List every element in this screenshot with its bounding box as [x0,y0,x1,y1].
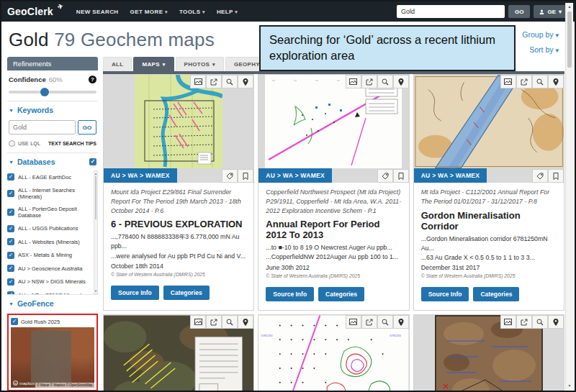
breadcrumb[interactable]: AU > WA > WAMEX [414,168,487,183]
checkbox-checked[interactable]: ✓ [7,291,14,294]
map-thumbnail-zone[interactable]: AU > WA > WAMEX [258,75,408,183]
categories-button[interactable]: Categories [473,287,519,301]
source-document-title[interactable]: Mount Ida Project E29/861 Final Surrende… [111,188,246,215]
database-item[interactable]: ✓ALL - PorterGeo Deposit Database [7,203,92,222]
slider-thumb[interactable] [40,88,49,96]
menu-help[interactable]: HELP ▾ [217,9,238,15]
external-link-button[interactable] [361,315,377,329]
tab-all[interactable]: ALL [103,57,132,71]
databases-section-header[interactable]: ▼ Databases ✓ [7,152,98,170]
checkbox-checked[interactable]: ✓ [7,238,14,245]
text-search-tips-link[interactable]: TEXT SEARCH TIPS [48,141,96,146]
database-item[interactable]: ✓AU > NT > GEMIS Minerals [7,288,92,294]
image-preview-button[interactable] [500,315,516,329]
map-pin-button[interactable] [393,315,409,329]
checkbox-checked[interactable]: ✓ [7,190,14,197]
categories-button[interactable]: Categories [318,287,364,301]
geofence-map-thumbnail[interactable]: mmapbox © Maxar © Mapbox © OpenStreetMap [11,327,94,388]
tab-photos[interactable]: PHOTOS▾ [176,57,224,71]
sort-by-link[interactable]: Sort by ▾ [529,45,559,54]
geofence-section-header[interactable]: ▼ GeoFence [7,294,98,312]
result-heading[interactable]: 6 - PREVIOUS EXPLORATION [111,219,246,229]
source-document-title[interactable]: Mt Ida Project - C112/2001 Annual Report… [421,188,557,206]
external-link-button[interactable] [361,75,377,88]
scrollbar-thumb[interactable] [567,12,572,68]
map-thumbnail-zone[interactable]: AU > WA > WAMEX [104,315,253,392]
zoom-button[interactable] [377,75,393,88]
tag-button[interactable] [377,169,393,183]
checkbox-checked[interactable]: ✓ [11,318,18,325]
zoom-button[interactable] [377,315,393,329]
scroll-up-icon[interactable]: ▲ [566,4,573,9]
global-search-go-button[interactable]: GO [508,5,530,18]
map-thumbnail-zone[interactable]: 67812506781250 AU > WA > WAMEX [258,315,408,392]
source-info-button[interactable]: Source Info [111,286,159,300]
page-scrollbar[interactable]: ▲ ▼ [565,3,573,389]
breadcrumb[interactable]: AU > WA > WAMEX [104,168,177,183]
database-item[interactable]: ✓AU > NSW > DIGS Minerals [7,275,92,289]
source-info-button[interactable]: Source Info [421,287,469,301]
map-pin-button[interactable] [548,315,564,329]
external-link-button[interactable] [206,315,222,329]
zoom-button[interactable] [222,75,238,88]
global-search-input[interactable] [397,5,505,18]
zoom-button[interactable] [532,75,548,88]
database-item[interactable]: ✓ALL - Websites (Minerals) [7,235,92,249]
bookmark-button[interactable] [238,169,253,183]
external-link-button[interactable] [516,315,532,329]
checkbox-checked[interactable]: ✓ [7,173,14,181]
map-pin-button[interactable] [238,315,253,329]
checkbox-checked[interactable]: ✓ [7,265,14,272]
breadcrumb[interactable]: AU > WA > WAMEX [258,168,332,183]
result-heading[interactable]: Annual Report For Period 2012 To 2013 [266,219,401,240]
external-link-button[interactable] [206,75,222,88]
checkbox-checked[interactable]: ✓ [7,225,14,232]
checkbox-checked[interactable]: ✓ [7,209,14,216]
checkbox-checked[interactable]: ✓ [7,278,14,286]
database-item[interactable]: ✓ALL - Internet Searches (Minerals) [7,184,92,204]
confidence-slider[interactable] [9,91,96,94]
image-preview-button[interactable] [346,75,361,88]
geofence-item[interactable]: ✓ Gold Rush 2025 [11,317,94,327]
database-item[interactable]: ✓AU > Geoscience Australia [7,262,92,275]
map-pin-button[interactable] [238,75,253,88]
scroll-down-icon[interactable]: ▼ [566,383,573,388]
map-pin-button[interactable] [393,75,409,88]
use-lql-toggle[interactable] [9,140,15,147]
bookmark-button[interactable] [548,169,564,183]
scroll-down-icon[interactable]: ▼ [94,289,97,293]
keywords-go-button[interactable]: GO [78,120,96,135]
map-thumbnail-zone[interactable]: AU > WA > WAMEX [414,75,564,183]
zoom-button[interactable] [532,315,548,329]
help-icon[interactable]: ? [89,76,96,83]
menu-new-search[interactable]: NEW SEARCH [76,9,119,15]
checkbox-checked[interactable]: ✓ [7,252,14,259]
scroll-up-icon[interactable]: ▲ [94,172,97,176]
source-document-title[interactable]: Copperfield Northwest Prospect (Mt Ida P… [266,188,401,215]
menu-tools[interactable]: TOOLS ▾ [179,9,205,15]
scrollbar-thumb[interactable] [95,176,96,219]
map-thumbnail-zone[interactable]: AU > WA > WAMEX [104,75,253,183]
user-menu-button[interactable]: GE ▾ [534,5,567,18]
image-preview-button[interactable] [190,75,206,88]
geoclerk-logo[interactable]: GeoClerk ✈ [7,6,63,17]
categories-button[interactable]: Categories [163,286,210,300]
databases-scrollbar[interactable]: ▲ ▼ [94,170,98,294]
tab-maps[interactable]: MAPS▾ [133,57,174,71]
image-preview-button[interactable] [190,315,206,329]
image-preview-button[interactable] [346,315,361,329]
source-info-button[interactable]: Source Info [266,287,314,301]
group-by-link[interactable]: Group by ▾ [522,30,559,39]
keywords-section-header[interactable]: ▼ Keywords [7,101,98,119]
zoom-button[interactable] [222,315,238,329]
menu-get-more[interactable]: GET MORE ▾ [130,9,168,15]
image-preview-button[interactable] [500,75,516,88]
database-item[interactable]: ✓ALL - EAGE EarthDoc [7,170,92,184]
tag-button[interactable] [222,169,238,183]
bookmark-button[interactable] [393,169,409,183]
keywords-input[interactable] [9,120,76,135]
external-link-button[interactable] [516,75,532,88]
result-heading[interactable]: Gordon Mineralisation Corridor [421,210,557,232]
tag-button[interactable] [532,169,548,183]
database-item[interactable]: ✓ASX - Metals & Mining [7,249,92,263]
